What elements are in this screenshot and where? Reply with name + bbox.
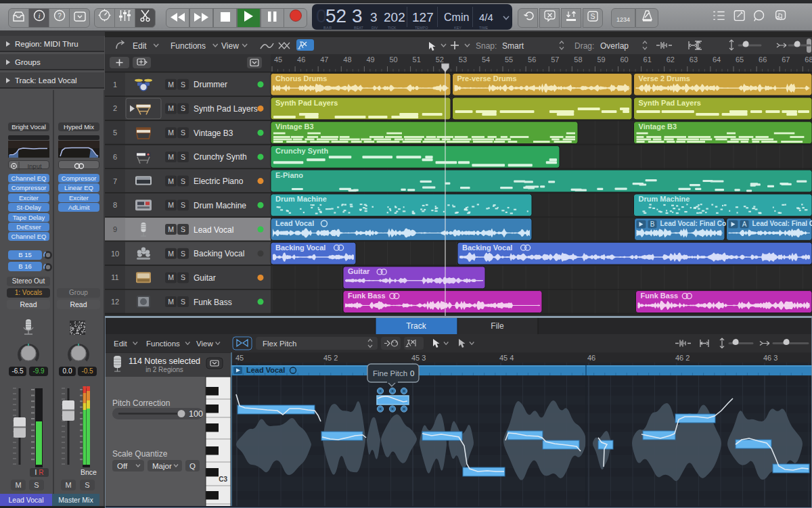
svg-text:Lead Vocal: Lead Vocal (246, 366, 285, 374)
svg-text:Input: Input (27, 162, 41, 170)
svg-text:Funk Bass: Funk Bass (194, 298, 232, 307)
svg-text:Chorus Drums: Chorus Drums (275, 74, 327, 83)
svg-text:Drummer: Drummer (194, 80, 227, 89)
svg-text:46 3: 46 3 (763, 354, 777, 362)
svg-text:12: 12 (111, 298, 119, 306)
svg-text:S: S (181, 153, 185, 161)
svg-text:S: S (181, 129, 185, 137)
svg-text:Lead Vocal: Lead Vocal (275, 219, 314, 227)
svg-text:M: M (168, 201, 174, 209)
svg-text:?: ? (58, 12, 62, 20)
svg-text:E-Piano: E-Piano (275, 171, 303, 179)
svg-text:Track: Track (406, 321, 427, 331)
svg-text:45: 45 (274, 55, 282, 64)
svg-text:60: 60 (621, 55, 629, 64)
svg-text:2: 2 (113, 104, 117, 112)
svg-text:45 2: 45 2 (323, 354, 338, 362)
svg-text:Drum Machine: Drum Machine (194, 201, 246, 210)
svg-text:9: 9 (113, 225, 117, 233)
svg-text:49: 49 (366, 55, 374, 64)
svg-text:Drag:: Drag: (574, 41, 594, 51)
svg-text:6: 6 (113, 153, 117, 161)
svg-text:Lead Vocal: Final Com: Lead Vocal: Final Com (660, 220, 733, 227)
svg-text:Overlap: Overlap (600, 41, 629, 51)
svg-text:10: 10 (111, 250, 119, 258)
svg-text:52: 52 (436, 55, 444, 64)
svg-text:0: 0 (410, 369, 414, 377)
svg-text:Funk Bass: Funk Bass (641, 292, 679, 300)
svg-text:Functions: Functions (171, 41, 206, 51)
svg-text:Vintage B3: Vintage B3 (639, 122, 677, 131)
svg-text:M: M (168, 80, 174, 89)
svg-text:in 2 Regions: in 2 Regions (145, 366, 183, 373)
svg-text:53: 53 (459, 55, 467, 64)
svg-text:Pitch Correction: Pitch Correction (112, 398, 170, 408)
svg-text:S: S (181, 104, 185, 112)
svg-text:Guitar: Guitar (348, 267, 370, 275)
svg-text:Edit: Edit (114, 340, 128, 348)
svg-text:Scale Quantize: Scale Quantize (112, 449, 168, 459)
svg-text:Funk Bass: Funk Bass (348, 292, 386, 300)
svg-text:Lead Vocal: Lead Vocal (194, 225, 233, 235)
svg-text:S: S (181, 225, 185, 233)
svg-text:S: S (181, 201, 185, 209)
svg-text:B: B (650, 221, 655, 228)
svg-text:51: 51 (413, 55, 421, 64)
svg-text:Q: Q (189, 462, 196, 470)
svg-text:Guitar: Guitar (194, 273, 216, 283)
svg-text:45 4: 45 4 (499, 354, 514, 362)
svg-text:Backing Vocal: Backing Vocal (194, 249, 244, 258)
svg-text:5: 5 (113, 129, 117, 137)
svg-text:8: 8 (113, 201, 117, 209)
svg-text:Major: Major (152, 462, 172, 470)
svg-text:M: M (168, 129, 174, 137)
svg-text:S: S (181, 177, 185, 185)
svg-text:File: File (491, 321, 504, 331)
svg-text:Drum Machine: Drum Machine (275, 195, 327, 203)
svg-text:59: 59 (597, 55, 605, 64)
svg-text:Electric Piano: Electric Piano (194, 177, 244, 186)
svg-text:61: 61 (644, 55, 652, 64)
svg-text:57: 57 (551, 55, 559, 64)
svg-text:64: 64 (713, 55, 721, 64)
svg-text:M: M (168, 153, 174, 161)
svg-text:46: 46 (297, 55, 305, 64)
svg-text:7: 7 (113, 177, 117, 185)
svg-text:Vintage B3: Vintage B3 (194, 129, 233, 138)
svg-text:M: M (168, 250, 174, 258)
svg-text:View: View (196, 340, 213, 348)
svg-text:A: A (742, 221, 747, 228)
svg-text:S: S (590, 12, 595, 20)
svg-text:i: i (38, 11, 40, 20)
svg-text:56: 56 (528, 55, 536, 64)
svg-text:Verse 2 Drums: Verse 2 Drums (639, 74, 690, 83)
svg-text:58: 58 (574, 55, 582, 64)
svg-text:62: 62 (667, 55, 675, 64)
svg-text:67: 67 (782, 55, 790, 64)
svg-text:Backing Vocal: Backing Vocal (275, 244, 325, 252)
svg-text:M: M (168, 177, 174, 185)
svg-text:63: 63 (690, 55, 698, 64)
svg-text:M: M (168, 225, 174, 233)
svg-text:47: 47 (320, 55, 328, 64)
svg-text:C3: C3 (219, 476, 227, 483)
svg-text:M: M (168, 298, 174, 306)
svg-text:M: M (168, 104, 174, 112)
svg-text:Drum Machine: Drum Machine (639, 195, 690, 203)
svg-text:S: S (181, 298, 185, 306)
svg-text:48: 48 (343, 55, 351, 64)
svg-text:Pre-verse Drums: Pre-verse Drums (457, 74, 517, 83)
svg-text:66: 66 (759, 55, 767, 64)
svg-text:54: 54 (482, 55, 490, 64)
svg-text:S: S (181, 250, 185, 258)
svg-text:Vintage B3: Vintage B3 (275, 122, 314, 131)
svg-text:Smart: Smart (502, 41, 524, 51)
svg-text:Flex Pitch: Flex Pitch (263, 340, 297, 348)
svg-text:Functions: Functions (146, 340, 180, 348)
svg-text:45: 45 (235, 354, 244, 362)
svg-text:50: 50 (390, 55, 398, 64)
svg-text:65: 65 (736, 55, 744, 64)
svg-text:45 3: 45 3 (411, 354, 426, 362)
svg-text:View: View (221, 41, 239, 51)
svg-text:11: 11 (111, 273, 118, 281)
